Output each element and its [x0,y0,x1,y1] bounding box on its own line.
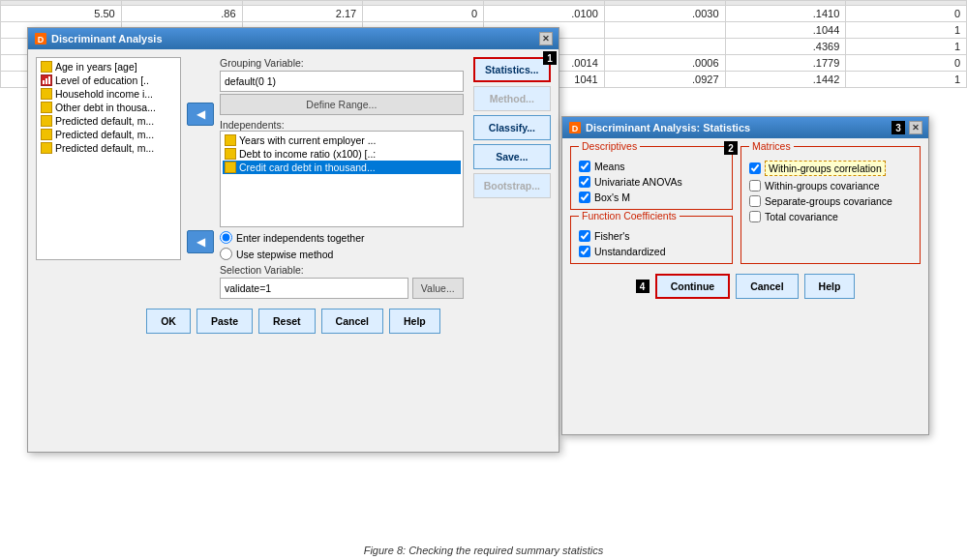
paste-button[interactable]: Paste [196,309,253,334]
spreadsheet-cell [604,39,725,55]
stepwise-radio[interactable] [220,248,232,260]
figure-caption: Figure 8: Checking the required summary … [0,545,967,556]
independent-list-item[interactable]: Credit card debt in thousand... [223,161,461,174]
variable-icon-scale [41,102,52,113]
variable-list-item[interactable]: Predicted default, m... [39,141,178,155]
fishers-checkbox[interactable] [579,230,590,242]
variable-icon-scale [41,88,52,100]
within-groups-corr-checkbox[interactable] [749,162,761,174]
svg-rect-2 [43,80,45,84]
variable-icon-scale [41,142,52,154]
variable-label: Predicted default, m... [55,142,154,154]
svg-text:D: D [38,35,45,44]
variable-label: Household income i... [55,88,153,100]
separate-groups-cov-checkbox[interactable] [749,195,761,207]
da-dialog-title: Discriminant Analysis [51,33,163,44]
badge-3: 3 [891,121,905,134]
unstandardized-checkbox[interactable] [579,246,590,257]
stats-dialog-title: Discriminant Analysis: Statistics [586,122,750,133]
variable-label: Other debt in thousa... [55,102,156,113]
ok-button[interactable]: OK [146,309,191,334]
da-dialog-title-bar: D Discriminant Analysis ✕ [28,28,559,49]
spreadsheet-cell: .1044 [725,22,846,39]
descriptives-group: Descriptives 2 Means Univariate ANOVAs B… [570,146,733,210]
spreadsheet-cell: .0100 [484,6,605,22]
reset-button[interactable]: Reset [258,309,316,334]
spreadsheet-cell: 0 [846,55,967,72]
move-to-grouping-button[interactable]: ◀ [187,103,214,126]
spreadsheet-cell: .4369 [725,39,846,55]
independent-icon [225,148,236,160]
da-close-button[interactable]: ✕ [539,32,553,45]
within-groups-cov-checkbox[interactable] [749,180,761,192]
variable-list-item[interactable]: Other debt in thousa... [39,101,178,114]
selection-variable-input[interactable] [220,278,408,299]
fishers-label: Fisher's [594,230,629,242]
spreadsheet-cell: 1 [846,22,967,39]
independent-list-item[interactable]: Debt to income ratio (x100) [..: [223,147,461,161]
independent-label: Credit card debt in thousand... [239,162,376,173]
independent-icon [225,162,236,173]
variable-list-item[interactable]: Predicted default, m... [39,128,178,141]
function-coefficients-group: Function Coefficients Fisher's Unstandar… [570,216,733,264]
variable-icon-scale [41,129,52,140]
spreadsheet-cell: 1 [846,72,967,88]
stats-cancel-button[interactable]: Cancel [736,274,798,299]
classify-button[interactable]: Classify... [473,115,551,140]
grouping-variable-input[interactable] [220,71,464,92]
move-to-independents-button[interactable]: ◀ [187,230,214,253]
variable-label: Predicted default, m... [55,129,154,140]
selection-variable-label: Selection Variable: [220,264,464,276]
stepwise-label: Use stepwise method [236,249,333,260]
variable-label: Age in years [age] [55,61,137,73]
spreadsheet-cell: .0006 [604,55,725,72]
independents-label: Independents: [220,119,285,131]
means-label: Means [594,161,625,172]
stats-help-button[interactable]: Help [804,274,856,299]
stats-dialog-icon: D [568,121,582,134]
badge-2: 2 [724,141,738,155]
variable-label: Level of education [.. [55,74,149,86]
variable-list-item[interactable]: Household income i... [39,87,178,101]
spreadsheet-cell: 2.17 [242,6,363,22]
independent-label: Debt to income ratio (x100) [..: [239,148,376,160]
independent-label: Years with current employer ... [239,134,376,146]
total-cov-label: Total covariance [765,211,838,222]
variable-icon-scale [41,115,52,127]
svg-rect-4 [48,76,50,84]
define-range-button[interactable]: Define Range... [220,94,464,115]
variable-list-item[interactable]: Level of education [.. [39,74,178,87]
spreadsheet-cell: .0030 [604,6,725,22]
method-button[interactable]: Method... [473,86,551,111]
continue-button[interactable]: Continue [655,274,731,299]
variable-icon-scale [41,61,52,73]
spreadsheet-cell: 0 [846,6,967,22]
means-checkbox[interactable] [579,161,590,172]
stats-dialog: D Discriminant Analysis: Statistics 3 ✕ … [561,116,929,435]
help-button[interactable]: Help [389,309,440,334]
statistics-button[interactable]: Statistics... [473,57,551,82]
univariate-anovas-label: Univariate ANOVAs [594,176,682,188]
spreadsheet-cell: .1442 [725,72,846,88]
value-button[interactable]: Value... [412,278,464,299]
spreadsheet-cell: 1 [846,39,967,55]
enter-radio[interactable] [220,231,232,244]
variable-list-item[interactable]: Predicted default, m... [39,114,178,128]
cancel-button[interactable]: Cancel [321,309,383,334]
stats-close-button[interactable]: ✕ [909,121,922,134]
bootstrap-button[interactable]: Bootstrap... [473,173,551,198]
svg-text:D: D [572,124,579,133]
independents-list[interactable]: Years with current employer ...Debt to i… [220,131,464,227]
matrices-group: Matrices Within-groups correlation Withi… [740,146,921,264]
badge-4: 4 [636,280,650,293]
boxm-checkbox[interactable] [579,192,590,203]
variable-label: Predicted default, m... [55,115,154,127]
total-cov-checkbox[interactable] [749,211,761,222]
univariate-anovas-checkbox[interactable] [579,176,590,188]
grouping-variable-label: Grouping Variable: [220,57,464,69]
within-groups-corr-label: Within-groups correlation [765,161,886,176]
variable-list-item[interactable]: Age in years [age] [39,60,178,74]
save-button[interactable]: Save... [473,144,551,169]
variable-list[interactable]: Age in years [age]Level of education [..… [36,57,181,260]
independent-list-item[interactable]: Years with current employer ... [223,133,461,147]
